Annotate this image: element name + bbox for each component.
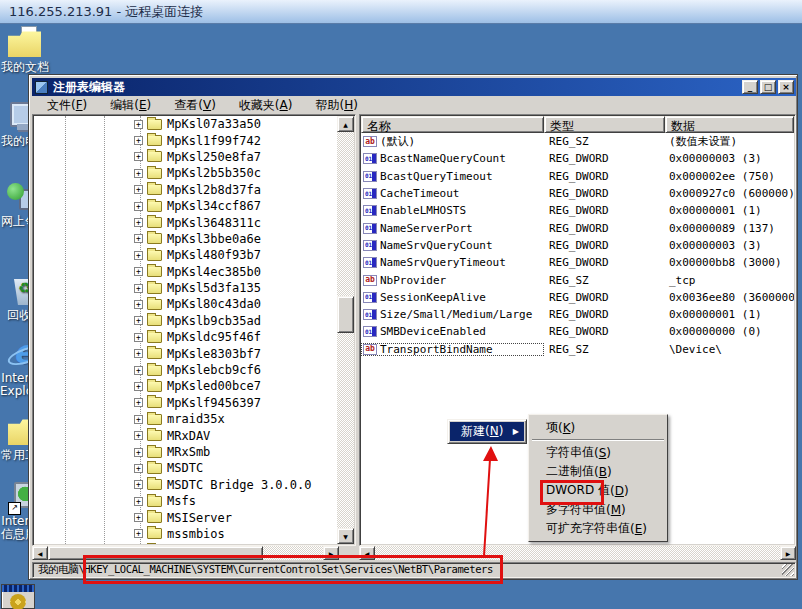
tree-item[interactable]: + MpKsl480f93b7 <box>34 247 337 263</box>
tree-item[interactable]: + MpKsl2b8d37fa <box>34 182 337 198</box>
column-header-data[interactable]: 数据 <box>665 116 794 133</box>
expand-plus-icon[interactable]: + <box>134 218 143 227</box>
menu-A[interactable]: 收藏夹(A) <box>232 96 300 115</box>
submenu-item-K[interactable]: 项(K) <box>531 418 665 437</box>
expand-plus-icon[interactable]: + <box>134 497 143 506</box>
expand-plus-icon[interactable]: + <box>134 398 143 407</box>
expand-plus-icon[interactable]: + <box>134 513 143 522</box>
close-button[interactable]: × <box>778 80 794 94</box>
registry-value-row[interactable]: abNbProvider REG_SZ _tcp <box>361 271 794 288</box>
resize-grip[interactable] <box>782 564 794 576</box>
tree-item[interactable]: + MpKsl3648311c <box>34 214 337 230</box>
expand-plus-icon[interactable]: + <box>134 480 143 489</box>
scroll-right-button[interactable]: ▶ <box>323 546 339 560</box>
tree-item[interactable]: + MpKsl250e8fa7 <box>34 149 337 165</box>
scrollbar-track[interactable] <box>375 546 780 560</box>
menu-E[interactable]: 编辑(E) <box>103 96 158 115</box>
expand-plus-icon[interactable]: + <box>134 152 143 161</box>
tree-item[interactable]: + MpKslebcb9cf6 <box>34 362 337 378</box>
minimize-button[interactable]: _ <box>742 80 758 94</box>
tree-item[interactable]: + mssmbios <box>34 526 337 542</box>
registry-value-row[interactable]: 011Size/Small/Medium/Large REG_DWORD 0x0… <box>361 306 794 323</box>
maximize-button[interactable]: □ <box>760 80 776 94</box>
tree-horizontal-scrollbar[interactable]: ◀ ▶ <box>32 546 339 560</box>
scrollbar-thumb[interactable] <box>337 296 354 333</box>
tree-item[interactable]: + mraid35x <box>34 411 337 427</box>
expand-plus-icon[interactable]: + <box>134 267 143 276</box>
menu-item-new[interactable]: 新建(N) ▶ <box>450 422 524 441</box>
scroll-up-button[interactable]: ▲ <box>337 116 354 132</box>
submenu-item-S[interactable]: 字符串值(S) <box>531 443 665 462</box>
registry-tree-pane[interactable]: + MpKsl07a33a50 + MpKsl1f99f742 + MpKsl2… <box>32 114 356 546</box>
scrollbar-thumb[interactable] <box>48 546 263 560</box>
expand-plus-icon[interactable]: + <box>134 415 143 424</box>
expand-plus-icon[interactable]: + <box>134 349 143 358</box>
registry-value-row[interactable]: 011NameServerPort REG_DWORD 0x00000089 (… <box>361 219 794 236</box>
scroll-right-button[interactable]: ▶ <box>780 546 796 560</box>
tree-item[interactable]: + MpKsle8303bf7 <box>34 345 337 361</box>
registry-title-bar[interactable]: 注册表编辑器 _□× <box>32 78 796 96</box>
expand-plus-icon[interactable]: + <box>134 366 143 375</box>
expand-plus-icon[interactable]: + <box>134 234 143 243</box>
tree-item[interactable]: + Mup <box>34 542 337 544</box>
desktop-icon-my-documents[interactable]: 我的文档 <box>0 26 50 74</box>
registry-value-row[interactable]: ab(默认) REG_SZ (数值未设置) <box>361 133 794 150</box>
registry-value-row[interactable]: 011CacheTimeout REG_DWORD 0x000927c0 (60… <box>361 185 794 202</box>
tree-item[interactable]: + MRxDAV <box>34 427 337 443</box>
background-window-fragment[interactable] <box>1 584 35 609</box>
tree-item[interactable]: + MpKsl3bbe0a6e <box>34 231 337 247</box>
column-header-name[interactable]: 名称 <box>361 116 544 133</box>
menu-V[interactable]: 查看(V) <box>167 96 223 115</box>
expand-plus-icon[interactable]: + <box>134 284 143 293</box>
tree-item[interactable]: + MpKsl4ec385b0 <box>34 264 337 280</box>
registry-value-row[interactable]: 011NameSrvQueryTimeout REG_DWORD 0x00000… <box>361 254 794 271</box>
scroll-left-button[interactable]: ◀ <box>32 546 48 560</box>
tree-item[interactable]: + MpKslf9456397 <box>34 395 337 411</box>
expand-plus-icon[interactable]: + <box>134 333 143 342</box>
expand-plus-icon[interactable]: + <box>134 185 143 194</box>
expand-plus-icon[interactable]: + <box>134 382 143 391</box>
expand-plus-icon[interactable]: + <box>134 464 143 473</box>
expand-plus-icon[interactable]: + <box>134 136 143 145</box>
tree-item[interactable]: + MpKsl2b5b350c <box>34 165 337 181</box>
scroll-left-button[interactable]: ◀ <box>359 546 375 560</box>
expand-plus-icon[interactable]: + <box>134 169 143 178</box>
tree-item[interactable]: + MpKsl5d3fa135 <box>34 280 337 296</box>
registry-value-row[interactable]: 011SMBDeviceEnabled REG_DWORD 0x00000000… <box>361 323 794 340</box>
scroll-down-button[interactable]: ▼ <box>337 528 354 544</box>
registry-value-row[interactable]: abTransportBindName REG_SZ \Device\ <box>361 341 794 358</box>
submenu-item-M[interactable]: 多字符串值(M) <box>531 500 665 519</box>
registry-value-row[interactable]: 011BcastNameQueryCount REG_DWORD 0x00000… <box>361 150 794 167</box>
expand-plus-icon[interactable]: + <box>134 251 143 260</box>
menu-F[interactable]: 文件(F) <box>40 96 94 115</box>
submenu-item-B[interactable]: 二进制值(B) <box>531 462 665 481</box>
tree-item[interactable]: + MpKsl1f99f742 <box>34 132 337 148</box>
registry-value-row[interactable]: 011BcastQueryTimeout REG_DWORD 0x000002e… <box>361 168 794 185</box>
expand-plus-icon[interactable]: + <box>134 300 143 309</box>
tree-item[interactable]: + MpKsled00bce7 <box>34 378 337 394</box>
registry-value-row[interactable]: 011EnableLMHOSTS REG_DWORD 0x00000001 (1… <box>361 202 794 219</box>
expand-plus-icon[interactable]: + <box>134 448 143 457</box>
column-header-type[interactable]: 类型 <box>544 116 665 133</box>
tree-item[interactable]: + MSDTC Bridge 3.0.0.0 <box>34 477 337 493</box>
menu-H[interactable]: 帮助(H) <box>308 96 364 115</box>
registry-value-row[interactable]: 011NameSrvQueryCount REG_DWORD 0x0000000… <box>361 237 794 254</box>
tree-item[interactable]: + MpKsl34ccf867 <box>34 198 337 214</box>
tree-item[interactable]: + MpKsldc95f46f <box>34 329 337 345</box>
tree-item[interactable]: + MpKsl80c43da0 <box>34 296 337 312</box>
registry-value-row[interactable]: 011SessionKeepAlive REG_DWORD 0x0036ee80… <box>361 289 794 306</box>
tree-item[interactable]: + Msfs <box>34 493 337 509</box>
submenu-item-E[interactable]: 可扩充字符串值(E) <box>531 519 665 538</box>
tree-item[interactable]: + MpKslb9cb35ad <box>34 313 337 329</box>
tree-item[interactable]: + MSDTC <box>34 460 337 476</box>
expand-plus-icon[interactable]: + <box>134 529 143 538</box>
tree-item[interactable]: + MSIServer <box>34 509 337 525</box>
tree-item[interactable]: + MRxSmb <box>34 444 337 460</box>
tree-item[interactable]: + MpKsl07a33a50 <box>34 116 337 132</box>
tree-vertical-scrollbar[interactable]: ▲ ▼ <box>337 116 354 544</box>
expand-plus-icon[interactable]: + <box>134 202 143 211</box>
expand-plus-icon[interactable]: + <box>134 120 143 129</box>
expand-plus-icon[interactable]: + <box>134 316 143 325</box>
submenu-item-D[interactable]: DWORD 值(D) <box>531 481 665 500</box>
expand-plus-icon[interactable]: + <box>134 431 143 440</box>
